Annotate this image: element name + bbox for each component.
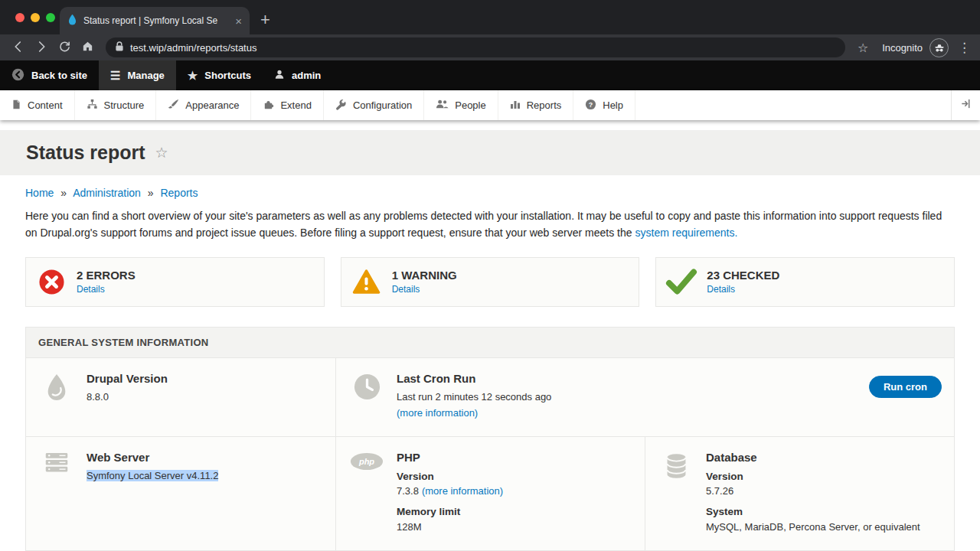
manage-label: Manage xyxy=(127,70,164,81)
breadcrumb-separator: » xyxy=(60,187,67,199)
error-icon xyxy=(26,269,77,295)
forward-button[interactable] xyxy=(31,37,52,58)
breadcrumb-link-home[interactable]: Home xyxy=(25,187,54,199)
selected-text: Symfony Local Server v4.11.2 xyxy=(87,470,218,481)
shortcuts-tab[interactable]: ★ Shortcuts xyxy=(176,60,263,90)
paintbrush-icon xyxy=(168,99,179,112)
php-more-information-link[interactable]: (more information) xyxy=(422,485,503,497)
status-card-checked: 23 CHECKED Details xyxy=(655,257,955,307)
warning-details-link[interactable]: Details xyxy=(392,284,420,295)
drupal-version-cell: Drupal Version 8.8.0 xyxy=(26,358,335,435)
bar-chart-icon xyxy=(510,99,521,112)
user-icon xyxy=(274,69,285,83)
breadcrumb-link-reports[interactable]: Reports xyxy=(160,187,198,199)
window-controls xyxy=(15,13,55,22)
system-requirements-link[interactable]: system requirements. xyxy=(635,227,738,239)
php-version-line: 7.3.8(more information) xyxy=(397,484,632,499)
more-information-link[interactable]: (more information) xyxy=(397,407,478,419)
collapse-icon xyxy=(960,98,972,112)
back-to-site-label: Back to site xyxy=(31,70,87,81)
browser-menu-button[interactable]: ⋮ xyxy=(958,40,971,56)
menu-item-appearance[interactable]: Appearance xyxy=(156,90,251,120)
item-title: Drupal Version xyxy=(87,372,323,385)
reload-icon xyxy=(58,40,71,55)
tab-close-icon[interactable]: × xyxy=(235,15,242,27)
window-minimize-button[interactable] xyxy=(31,13,40,22)
drupal-drop-icon xyxy=(38,372,75,420)
forward-arrow-icon xyxy=(34,40,48,56)
item-title: Last Cron Run xyxy=(397,372,851,385)
page-header: Status report ☆ xyxy=(0,130,980,175)
puzzle-icon xyxy=(263,99,274,112)
status-summary: 2 ERRORS Details 1 WARNING Details 23 CH… xyxy=(25,257,955,307)
menu-item-help[interactable]: ? Help xyxy=(573,90,635,120)
incognito-icon xyxy=(929,38,949,57)
cell-body: Database Version 5.7.26 System MySQL, Ma… xyxy=(706,451,942,535)
user-label: admin xyxy=(292,70,321,81)
cell-body: PHP Version 7.3.8(more information) Memo… xyxy=(397,451,632,535)
favorite-star-icon[interactable]: ☆ xyxy=(155,144,168,161)
web-server-cell: Web Server Symfony Local Server v4.11.2 xyxy=(26,437,335,550)
back-arrow-icon xyxy=(11,40,25,56)
system-info-row-2: Web Server Symfony Local Server v4.11.2 … xyxy=(26,436,954,550)
breadcrumb-separator: » xyxy=(148,187,154,199)
warning-icon xyxy=(341,269,392,295)
php-cell: php PHP Version 7.3.8(more information) … xyxy=(335,437,645,550)
user-menu[interactable]: admin xyxy=(263,60,332,90)
checked-details-link[interactable]: Details xyxy=(707,284,735,295)
error-details-link[interactable]: Details xyxy=(77,284,105,295)
people-icon xyxy=(436,99,449,112)
menu-item-configuration[interactable]: Configuration xyxy=(324,90,424,120)
main-content: Home » Administration » Reports Here you… xyxy=(0,187,980,551)
cron-last-run: Last run 2 minutes 12 seconds ago xyxy=(397,390,851,405)
cell-body: Drupal Version 8.8.0 xyxy=(87,372,323,420)
toolbar-orientation-toggle[interactable] xyxy=(951,90,980,120)
document-icon xyxy=(11,99,21,112)
admin-menu: Content Structure Appearance Extend Conf… xyxy=(0,90,980,120)
system-info-row-1: Drupal Version 8.8.0 Last Cron Run Last … xyxy=(26,358,954,435)
item-title: Database xyxy=(706,451,942,464)
tab-strip: Status report | Symfony Local Se × + xyxy=(0,0,980,34)
new-tab-button[interactable]: + xyxy=(260,11,270,28)
status-card-errors: 2 ERRORS Details xyxy=(25,257,325,307)
window-zoom-button[interactable] xyxy=(46,13,55,22)
reload-button[interactable] xyxy=(54,37,75,58)
manage-tab[interactable]: ☰ Manage xyxy=(99,60,176,90)
cell-body: Web Server Symfony Local Server v4.11.2 xyxy=(87,451,323,535)
clock-icon xyxy=(348,372,385,420)
menu-item-reports[interactable]: Reports xyxy=(498,90,574,120)
drupal-favicon-icon xyxy=(67,14,77,28)
address-bar[interactable]: test.wip/admin/reports/status xyxy=(106,37,845,57)
menu-label: Reports xyxy=(527,99,562,111)
shortcuts-star-icon: ★ xyxy=(188,69,198,83)
menu-label: Configuration xyxy=(353,99,412,111)
section-header: GENERAL SYSTEM INFORMATION xyxy=(26,328,954,358)
svg-text:php: php xyxy=(358,457,374,466)
status-count: 23 CHECKED xyxy=(707,269,779,282)
status-card-warnings: 1 WARNING Details xyxy=(341,257,640,307)
bookmark-star-icon[interactable]: ☆ xyxy=(858,41,868,55)
back-button[interactable] xyxy=(8,37,29,58)
tab-title: Status report | Symfony Local Se xyxy=(83,15,229,26)
browser-tab[interactable]: Status report | Symfony Local Se × xyxy=(60,7,250,34)
php-memory-label: Memory limit xyxy=(397,504,632,520)
cron-more-info-line: (more information) xyxy=(397,406,851,421)
url-text: test.wip/admin/reports/status xyxy=(130,42,256,54)
menu-item-extend[interactable]: Extend xyxy=(251,90,323,120)
breadcrumb-link-administration[interactable]: Administration xyxy=(73,187,141,199)
home-button[interactable] xyxy=(77,37,98,58)
shortcuts-label: Shortcuts xyxy=(204,70,251,81)
run-cron-button[interactable]: Run cron xyxy=(869,376,942,398)
window-close-button[interactable] xyxy=(15,13,24,22)
back-to-site-link[interactable]: Back to site xyxy=(0,60,99,90)
back-to-site-icon xyxy=(11,68,24,83)
menu-item-structure[interactable]: Structure xyxy=(75,90,157,120)
menu-item-people[interactable]: People xyxy=(424,90,498,120)
status-card-text: 1 WARNING Details xyxy=(392,269,457,295)
help-icon: ? xyxy=(585,99,596,112)
intro-text: Here you can find a short overview of yo… xyxy=(25,208,955,241)
status-count: 1 WARNING xyxy=(392,269,457,282)
database-icon xyxy=(658,451,694,535)
menu-label: Structure xyxy=(104,99,145,111)
menu-item-content[interactable]: Content xyxy=(0,90,75,120)
